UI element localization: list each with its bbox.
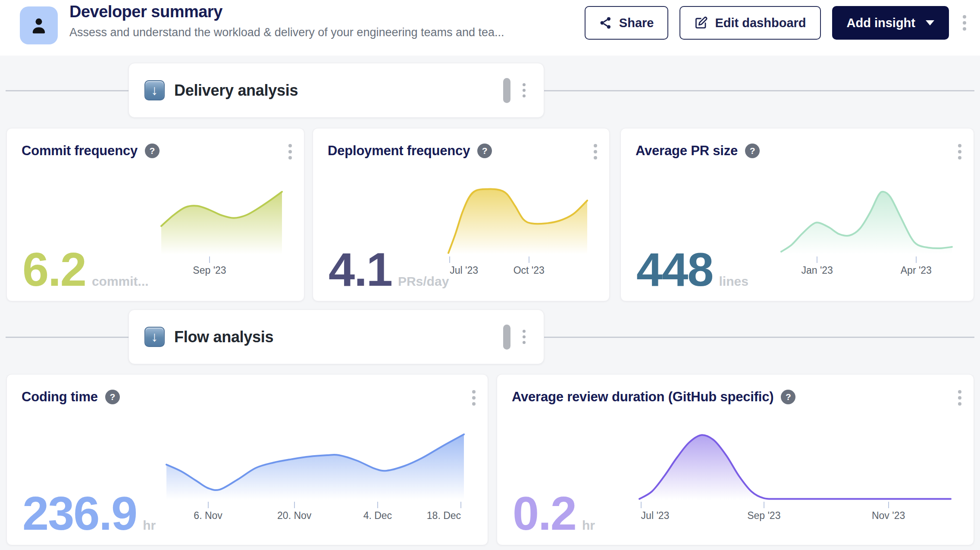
help-icon[interactable]: ? xyxy=(781,390,795,404)
card-average-pr-size: Average PR size ? Jan '23Apr '23 448 lin… xyxy=(620,128,974,301)
card-title: Commit frequency xyxy=(22,143,138,159)
page-title: Developer summary xyxy=(69,3,222,21)
commit-frequency-svg xyxy=(161,184,282,254)
axis-tick xyxy=(817,256,817,263)
card-menu-icon[interactable] xyxy=(470,388,478,408)
axis-tick xyxy=(529,256,529,263)
help-icon[interactable]: ? xyxy=(477,144,492,158)
axis-label: 20. Nov xyxy=(277,510,311,522)
axis-tick xyxy=(208,502,209,508)
x-axis: Jan '23Apr '23 xyxy=(781,254,952,279)
help-icon[interactable]: ? xyxy=(105,390,120,404)
axis-tick xyxy=(916,256,917,263)
average-pr-size-svg xyxy=(781,184,952,254)
drag-handle[interactable] xyxy=(503,325,510,350)
card-title: Average review duration (GitHub specific… xyxy=(512,389,773,405)
metric-value: 0.2 xyxy=(513,494,576,533)
sparkline-chart: Jul '23Sep '23Nov '23 xyxy=(639,430,951,525)
metric-unit: hr xyxy=(143,518,156,533)
card-title: Deployment frequency xyxy=(328,143,470,159)
metric-value: 4.1 xyxy=(329,250,392,289)
axis-label: Apr '23 xyxy=(901,265,932,276)
metric-value: 448 xyxy=(636,250,713,289)
metric-unit: hr xyxy=(582,518,595,533)
axis-label: Jan '23 xyxy=(801,265,833,276)
axis-tick xyxy=(294,502,295,508)
edit-dashboard-button[interactable]: Edit dashboard xyxy=(679,6,820,40)
axis-label: Jul '23 xyxy=(450,265,478,276)
x-axis: 6. Nov20. Nov4. Dec18. Dec xyxy=(166,500,464,525)
help-icon[interactable]: ? xyxy=(745,144,760,158)
axis-label: Oct '23 xyxy=(513,265,545,276)
add-insight-button-label: Add insight xyxy=(847,16,915,30)
coding-time-svg xyxy=(166,430,464,500)
section-controls xyxy=(503,325,528,350)
axis-label: Sep '23 xyxy=(193,265,226,276)
share-button[interactable]: Share xyxy=(585,6,669,40)
section-title: Flow analysis xyxy=(174,328,273,346)
header-overflow-menu-icon[interactable] xyxy=(960,12,969,33)
card-deployment-frequency: Deployment frequency ? Jul '23Oct '23 4.… xyxy=(313,128,610,301)
sparkline-chart: Sep '23 xyxy=(161,184,282,279)
section-title: Delivery analysis xyxy=(174,81,298,100)
x-axis: Jul '23Oct '23 xyxy=(448,254,587,279)
chevron-down-icon xyxy=(926,20,934,25)
dashboard: { "header": { "title": "Developer summar… xyxy=(0,0,980,550)
edit-icon xyxy=(694,16,708,30)
card-menu-icon[interactable] xyxy=(955,388,964,408)
edit-dashboard-button-label: Edit dashboard xyxy=(715,16,806,30)
axis-label: Jul '23 xyxy=(641,510,670,522)
section-controls xyxy=(503,78,528,103)
card-menu-icon[interactable] xyxy=(591,141,600,162)
section-header-delivery-analysis: ↓ Delivery analysis xyxy=(128,63,544,118)
axis-label: 4. Dec xyxy=(363,510,392,522)
card-title: Average PR size xyxy=(636,143,738,159)
help-icon[interactable]: ? xyxy=(145,144,160,158)
card-coding-time: Coding time ? 6. Nov20. Nov4. Dec18. Dec… xyxy=(6,374,488,545)
axis-label: 18. Dec xyxy=(427,510,461,522)
page-subtitle: Assess and understand the workload & del… xyxy=(69,26,504,39)
card-average-review-duration: Average review duration (GitHub specific… xyxy=(497,374,974,545)
axis-tick xyxy=(888,502,889,508)
drag-handle[interactable] xyxy=(503,78,510,103)
axis-label: 6. Nov xyxy=(194,510,222,522)
metric-value: 6.2 xyxy=(22,250,86,289)
app-header: Developer summary Assess and understand … xyxy=(0,0,980,56)
metric-unit: PRs/day xyxy=(398,274,449,289)
card-commit-frequency: Commit frequency ? Sep '23 6.2 commit... xyxy=(6,128,304,301)
section-menu-icon[interactable] xyxy=(520,327,528,347)
deployment-frequency-svg xyxy=(448,184,587,254)
share-icon xyxy=(599,16,612,29)
card-menu-icon[interactable] xyxy=(286,141,294,162)
axis-tick xyxy=(377,502,378,508)
section-header-flow-analysis: ↓ Flow analysis xyxy=(128,309,544,364)
axis-tick xyxy=(449,256,450,263)
card-title: Coding time xyxy=(22,389,98,405)
add-insight-button[interactable]: Add insight xyxy=(832,6,949,40)
avatar xyxy=(20,6,58,44)
person-icon xyxy=(29,16,49,35)
axis-label: Sep '23 xyxy=(747,510,780,522)
down-arrow-emoji-icon: ↓ xyxy=(144,327,165,347)
card-menu-icon[interactable] xyxy=(955,141,964,162)
axis-label: Nov '23 xyxy=(872,510,905,522)
axis-tick xyxy=(209,256,210,263)
average-review-duration-svg xyxy=(639,430,951,500)
x-axis: Sep '23 xyxy=(161,254,282,279)
sparkline-chart: 6. Nov20. Nov4. Dec18. Dec xyxy=(166,430,464,525)
x-axis: Jul '23Sep '23Nov '23 xyxy=(639,500,951,525)
axis-tick xyxy=(764,502,764,508)
sparkline-chart: Jan '23Apr '23 xyxy=(781,184,952,279)
metric-value: 236.9 xyxy=(22,494,137,533)
section-menu-icon[interactable] xyxy=(520,81,528,100)
axis-tick xyxy=(460,502,461,508)
sparkline-chart: Jul '23Oct '23 xyxy=(448,184,587,279)
metric-unit: lines xyxy=(719,274,748,289)
header-actions: Share Edit dashboard Add insight xyxy=(585,6,969,40)
down-arrow-emoji-icon: ↓ xyxy=(144,80,165,100)
metric-unit: commit... xyxy=(92,274,149,289)
axis-tick xyxy=(641,502,642,508)
share-button-label: Share xyxy=(619,16,654,30)
